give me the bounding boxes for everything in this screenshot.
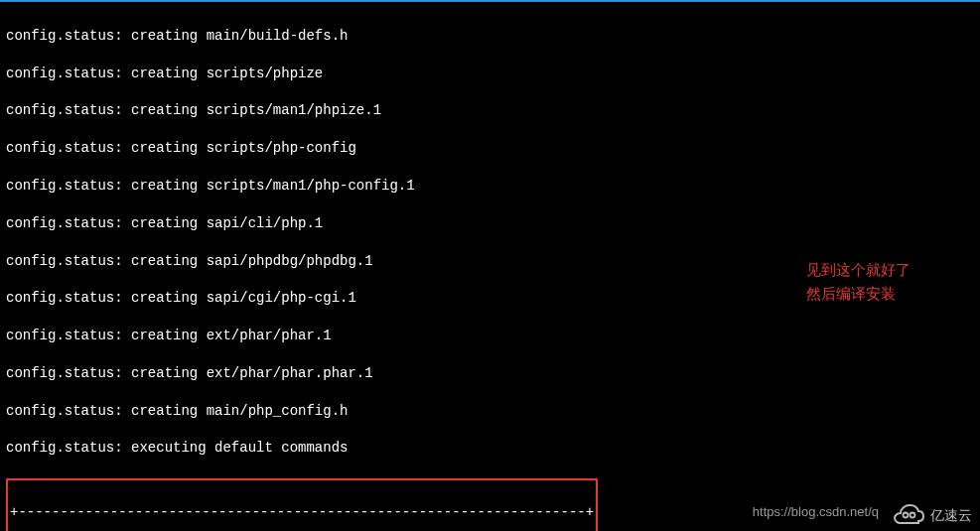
status-line: config.status: creating scripts/phpize bbox=[6, 65, 974, 83]
watermark-logo: 亿速云 bbox=[891, 503, 972, 527]
watermark-url: https://blog.csdn.net/q bbox=[753, 503, 879, 521]
status-line: config.status: creating scripts/php-conf… bbox=[6, 139, 974, 158]
cloud-icon bbox=[891, 503, 926, 527]
status-line: config.status: creating sapi/cli/php.1 bbox=[6, 214, 974, 233]
annotation-note: 见到这个就好了 然后编译安装 bbox=[806, 258, 910, 306]
license-highlight-box: +---------------------------------------… bbox=[6, 478, 598, 531]
status-line: config.status: creating ext/phar/phar.ph… bbox=[6, 364, 974, 383]
annotation-line1: 见到这个就好了 bbox=[806, 258, 910, 282]
svg-point-1 bbox=[904, 513, 909, 518]
watermark-logo-text: 亿速云 bbox=[930, 506, 972, 525]
annotation-line2: 然后编译安装 bbox=[806, 282, 910, 306]
status-line: config.status: creating main/build-defs.… bbox=[6, 27, 974, 46]
status-line: config.status: executing default command… bbox=[6, 439, 974, 458]
status-line: config.status: creating ext/phar/phar.1 bbox=[6, 327, 974, 345]
license-border: +---------------------------------------… bbox=[10, 503, 594, 522]
status-line: config.status: creating scripts/man1/php… bbox=[6, 101, 974, 120]
svg-point-0 bbox=[910, 513, 915, 518]
status-line: config.status: creating scripts/man1/php… bbox=[6, 177, 974, 196]
status-line: config.status: creating main/php_config.… bbox=[6, 402, 974, 421]
